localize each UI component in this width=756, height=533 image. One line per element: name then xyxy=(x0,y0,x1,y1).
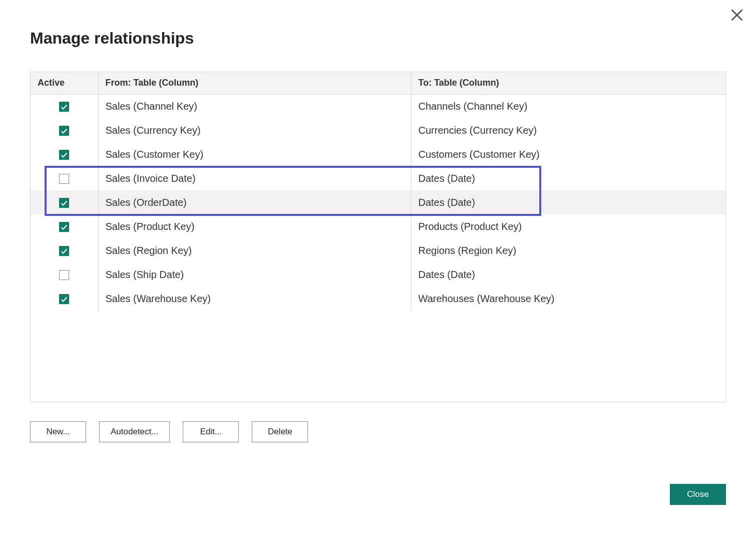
cell-to: Currencies (Currency Key) xyxy=(411,118,725,142)
column-header-from[interactable]: From: Table (Column) xyxy=(98,72,411,94)
to-text: Channels (Channel Key) xyxy=(419,101,528,112)
cell-to: Products (Product Key) xyxy=(411,214,725,238)
table-row[interactable]: Sales (Product Key)Products (Product Key… xyxy=(31,214,725,238)
autodetect-button[interactable]: Autodetect... xyxy=(99,421,170,442)
cell-from: Sales (Region Key) xyxy=(98,238,411,262)
cell-from: Sales (Product Key) xyxy=(98,214,411,238)
cell-to: Dates (Date) xyxy=(411,262,725,287)
cell-from: Sales (Customer Key) xyxy=(98,142,411,166)
table-row[interactable]: Sales (Ship Date)Dates (Date) xyxy=(31,262,725,287)
table-row[interactable]: Sales (Region Key)Regions (Region Key) xyxy=(31,238,725,262)
from-text: Sales (Customer Key) xyxy=(106,149,204,160)
cell-from: Sales (Warehouse Key) xyxy=(98,287,411,311)
table-row[interactable]: Sales (Warehouse Key)Warehouses (Warehou… xyxy=(31,287,725,311)
manage-relationships-dialog: Manage relationships Active From: Table … xyxy=(0,0,756,533)
close-button-row: Close xyxy=(670,484,726,505)
table-row[interactable]: Sales (Channel Key)Channels (Channel Key… xyxy=(31,94,725,118)
table-row[interactable]: Sales (Currency Key)Currencies (Currency… xyxy=(31,118,725,142)
cell-from: Sales (Channel Key) xyxy=(98,94,411,118)
checkbox-checked-icon[interactable] xyxy=(59,126,69,136)
cell-active xyxy=(31,214,98,238)
from-text: Sales (Ship Date) xyxy=(106,269,184,280)
cell-active xyxy=(31,287,98,311)
cell-from: Sales (OrderDate) xyxy=(98,190,411,214)
checkbox-checked-icon[interactable] xyxy=(59,102,69,112)
column-header-active[interactable]: Active xyxy=(31,72,98,94)
cell-active xyxy=(31,262,98,287)
to-text: Warehouses (Warehouse Key) xyxy=(419,293,555,304)
column-header-to[interactable]: To: Table (Column) xyxy=(411,72,725,94)
checkbox-checked-icon[interactable] xyxy=(59,198,69,208)
relationships-table-container: Active From: Table (Column) To: Table (C… xyxy=(30,72,726,402)
cell-from: Sales (Invoice Date) xyxy=(98,166,411,190)
to-text: Dates (Date) xyxy=(419,173,475,184)
from-text: Sales (Currency Key) xyxy=(106,125,201,136)
to-text: Customers (Customer Key) xyxy=(419,149,540,160)
to-text: Dates (Date) xyxy=(419,197,475,208)
from-text: Sales (Region Key) xyxy=(106,245,192,256)
to-text: Currencies (Currency Key) xyxy=(419,125,537,136)
new-button[interactable]: New... xyxy=(30,421,86,442)
checkbox-unchecked-icon[interactable] xyxy=(59,174,69,184)
to-text: Regions (Region Key) xyxy=(419,245,517,256)
from-text: Sales (Invoice Date) xyxy=(106,173,196,184)
cell-active xyxy=(31,166,98,190)
cell-to: Warehouses (Warehouse Key) xyxy=(411,287,725,311)
relationships-table: Active From: Table (Column) To: Table (C… xyxy=(31,72,725,311)
table-row[interactable]: Sales (Invoice Date)Dates (Date) xyxy=(31,166,725,190)
cell-from: Sales (Ship Date) xyxy=(98,262,411,287)
cell-active xyxy=(31,118,98,142)
cell-to: Channels (Channel Key) xyxy=(411,94,725,118)
cell-active xyxy=(31,190,98,214)
checkbox-unchecked-icon[interactable] xyxy=(59,270,69,280)
cell-to: Dates (Date) xyxy=(411,166,725,190)
cell-to: Dates (Date) xyxy=(411,190,725,214)
table-row[interactable]: Sales (Customer Key)Customers (Customer … xyxy=(31,142,725,166)
table-header-row: Active From: Table (Column) To: Table (C… xyxy=(31,72,725,94)
cell-active xyxy=(31,142,98,166)
to-text: Products (Product Key) xyxy=(419,221,522,232)
edit-button[interactable]: Edit... xyxy=(183,421,239,442)
checkbox-checked-icon[interactable] xyxy=(59,222,69,232)
from-text: Sales (Channel Key) xyxy=(106,101,197,112)
action-button-row: New... Autodetect... Edit... Delete xyxy=(30,421,726,442)
to-text: Dates (Date) xyxy=(419,269,475,280)
cell-active xyxy=(31,238,98,262)
cell-from: Sales (Currency Key) xyxy=(98,118,411,142)
from-text: Sales (OrderDate) xyxy=(106,197,187,208)
close-button[interactable]: Close xyxy=(670,484,726,505)
checkbox-checked-icon[interactable] xyxy=(59,246,69,256)
dialog-title: Manage relationships xyxy=(30,29,726,48)
close-icon[interactable] xyxy=(730,8,744,22)
cell-to: Regions (Region Key) xyxy=(411,238,725,262)
cell-active xyxy=(31,94,98,118)
from-text: Sales (Product Key) xyxy=(106,221,195,232)
table-row[interactable]: Sales (OrderDate)Dates (Date) xyxy=(31,190,725,214)
delete-button[interactable]: Delete xyxy=(252,421,308,442)
cell-to: Customers (Customer Key) xyxy=(411,142,725,166)
checkbox-checked-icon[interactable] xyxy=(59,150,69,160)
checkbox-checked-icon[interactable] xyxy=(59,294,69,304)
from-text: Sales (Warehouse Key) xyxy=(106,293,211,304)
